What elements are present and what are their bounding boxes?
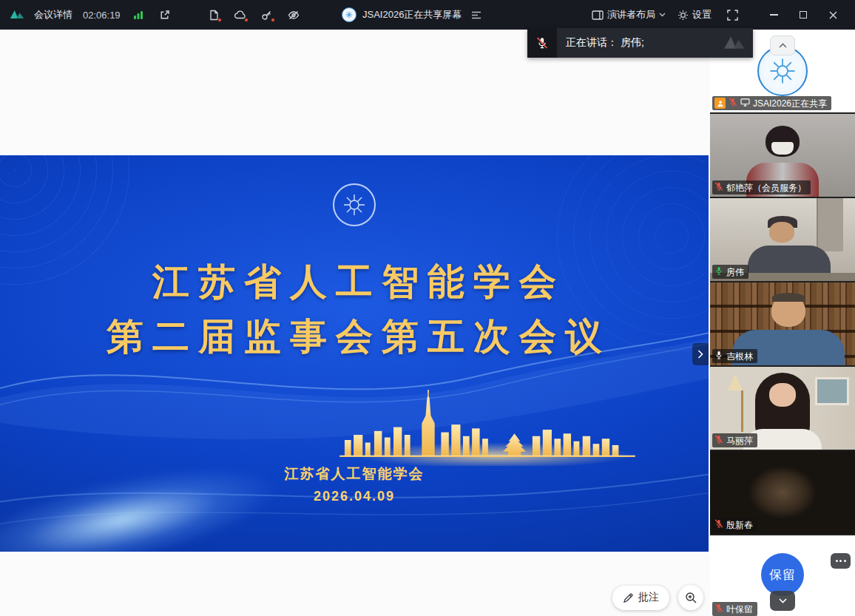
slide-emblem <box>333 183 376 226</box>
share-status-title: JSAI2026正在共享屏幕 <box>362 8 462 21</box>
settings-button[interactable]: 设置 <box>677 8 712 21</box>
participant-name-badge: 马丽萍 <box>712 433 757 447</box>
chevron-right-icon <box>697 350 703 359</box>
minimize-icon <box>770 14 778 16</box>
slide-title-line1: 江苏省人工智能学会 <box>9 254 709 309</box>
speaking-prefix: 正在讲话： <box>566 36 618 48</box>
open-external-icon[interactable] <box>156 6 174 24</box>
slide-footer-org: 江苏省人工智能学会 <box>0 464 709 484</box>
chevron-down-icon <box>779 598 787 603</box>
participant-name-badge: 叶保留 <box>712 602 757 616</box>
more-options-button[interactable] <box>831 553 851 569</box>
participant-name-badge: 房伟 <box>712 265 748 279</box>
slide-skyline <box>339 385 635 466</box>
ellipsis-icon <box>836 560 838 562</box>
participants-sidebar: JSAI2026正在共享 郁艳萍（会员服务） <box>710 30 855 616</box>
app-logo-icon <box>9 8 25 21</box>
speaking-name: 房伟; <box>621 36 644 48</box>
magnifier-plus-icon <box>685 592 697 604</box>
slide-footer-date: 2026.04.09 <box>0 489 709 504</box>
notification-dot <box>271 18 275 22</box>
sharing-org-logo <box>342 7 356 22</box>
screen-share-icon <box>740 98 750 109</box>
fullscreen-icon[interactable] <box>723 6 741 24</box>
docs-icon[interactable] <box>205 6 223 24</box>
participant-name: 郁艳萍（会员服务） <box>726 183 806 193</box>
shared-screen-area: 江苏省人工智能学会 第二届监事会第五次会议 <box>0 30 710 616</box>
close-icon <box>829 11 837 19</box>
mic-muted-icon <box>729 98 737 109</box>
cloud-record-icon[interactable] <box>232 6 249 24</box>
gear-icon <box>677 10 689 21</box>
participant-tile[interactable]: 殷新春 <box>710 451 855 534</box>
slide-title: 江苏省人工智能学会 第二届监事会第五次会议 <box>0 254 709 364</box>
slide-footer: 江苏省人工智能学会 2026.04.09 <box>0 464 709 504</box>
maximize-button[interactable] <box>788 0 818 30</box>
speaking-toast: 正在讲话： 房伟; <box>527 28 753 58</box>
collapse-strip-button[interactable] <box>770 35 795 55</box>
close-button[interactable] <box>818 0 848 30</box>
notification-dot <box>217 18 222 22</box>
participant-tile[interactable]: 郁艳萍（会员服务） <box>710 114 855 197</box>
slide-title-line2: 第二届监事会第五次会议 <box>9 309 709 364</box>
layout-selector-button[interactable]: 演讲者布局 <box>592 8 666 21</box>
top-bar: 会议详情 02:06:19 <box>0 0 855 30</box>
mic-active-icon <box>714 266 723 277</box>
meeting-timer: 02:06:19 <box>83 10 121 21</box>
watermark-logo <box>722 33 747 53</box>
participant-name: 马丽萍 <box>726 436 753 446</box>
annotate-label: 批注 <box>638 591 659 604</box>
speaking-text: 正在讲话： 房伟; <box>566 36 644 50</box>
participant-name-badge: 郁艳萍（会员服务） <box>712 180 811 194</box>
mic-muted-icon <box>714 182 723 193</box>
meeting-details-label: 会议详情 <box>34 8 72 21</box>
notification-dot <box>244 18 249 22</box>
participant-name-badge: JSAI2026正在共享 <box>712 96 831 110</box>
eye-off-icon[interactable] <box>285 6 303 24</box>
participant-tile[interactable]: 马丽萍 <box>710 367 855 450</box>
participant-name: 殷新春 <box>726 520 753 530</box>
toolbar-toggle-icon[interactable] <box>467 6 485 24</box>
security-key-icon[interactable] <box>258 6 276 24</box>
mic-muted-icon <box>714 519 723 530</box>
host-icon <box>714 98 726 109</box>
participant-name: 吉根林 <box>726 351 753 362</box>
minimize-button[interactable] <box>759 0 788 30</box>
zoom-button[interactable] <box>678 585 703 610</box>
network-signal-icon[interactable] <box>129 6 147 24</box>
avatar: 保留 <box>761 553 804 596</box>
meeting-details-button[interactable]: 会议详情 <box>34 8 72 21</box>
participant-name: 房伟 <box>726 267 744 277</box>
mic-muted-icon <box>714 603 723 615</box>
settings-label: 设置 <box>692 8 712 21</box>
mic-muted-icon <box>527 28 557 58</box>
presentation-slide: 江苏省人工智能学会 第二届监事会第五次会议 <box>0 155 709 552</box>
mic-muted-icon <box>714 435 723 446</box>
participant-name: 叶保留 <box>726 604 753 615</box>
mic-icon <box>714 351 723 362</box>
participant-name-badge: 吉根林 <box>712 349 757 363</box>
participant-tile[interactable]: 吉根林 <box>710 282 855 365</box>
participant-name-badge: 殷新春 <box>712 518 757 532</box>
chevron-up-icon <box>779 43 787 48</box>
annotate-button[interactable]: 批注 <box>612 586 669 610</box>
layout-label: 演讲者布局 <box>607 8 655 21</box>
participant-tile-speaking[interactable]: 房伟 <box>710 198 855 281</box>
maximize-icon <box>800 11 807 18</box>
meeting-window: 会议详情 02:06:19 <box>0 0 855 616</box>
chevron-down-icon <box>659 13 666 17</box>
scroll-down-button[interactable] <box>770 591 795 611</box>
annotation-toolbar: 批注 <box>612 585 703 610</box>
sidebar-collapse-handle[interactable] <box>692 343 709 365</box>
share-status: JSAI2026正在共享屏幕 <box>342 0 485 30</box>
pen-icon <box>623 592 634 603</box>
participant-name: JSAI2026正在共享 <box>753 98 827 109</box>
